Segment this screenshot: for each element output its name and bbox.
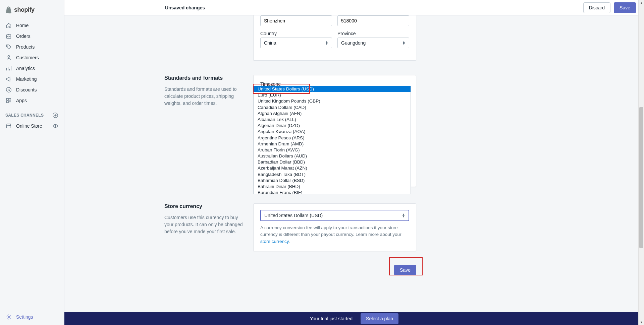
home-icon [5, 22, 12, 29]
save-button[interactable]: Save [614, 2, 636, 13]
currency-help-text: A currency conversion fee will apply to … [260, 224, 409, 245]
chevron-updown-icon: ▲▼ [325, 41, 328, 45]
chart-icon [5, 65, 12, 72]
nav-customers[interactable]: Customers [0, 52, 64, 63]
currency-option[interactable]: United Kingdom Pounds (GBP) [254, 98, 411, 104]
currency-option[interactable]: Barbadian Dollar (BBD) [254, 159, 411, 165]
svg-rect-6 [7, 101, 8, 103]
currency-option[interactable]: Burundian Franc (BIF) [254, 190, 411, 194]
channel-label: Online Store [16, 123, 42, 129]
percent-icon [5, 86, 12, 93]
standards-title: Standards and formats [164, 75, 247, 81]
nav-label: Customers [16, 55, 39, 60]
city-input[interactable] [260, 15, 332, 26]
store-currency-select[interactable]: United States Dollars (USD) ▲▼ [260, 210, 409, 221]
currency-option[interactable]: Azerbaijani Manat (AZN) [254, 165, 411, 171]
nav-label: Discounts [16, 87, 37, 92]
scroll-up-icon[interactable]: ▲ [639, 0, 644, 6]
nav-home[interactable]: Home [0, 20, 64, 31]
nav-label: Products [16, 44, 35, 50]
store-icon [5, 123, 12, 129]
main-nav: Home Orders Products Customers Analytics… [0, 20, 64, 106]
postal-input[interactable] [337, 15, 409, 26]
nav-settings[interactable]: Settings [0, 309, 64, 325]
nav-label: Home [16, 23, 29, 28]
save-bar: Unsaved changes Discard Save [64, 0, 644, 15]
nav-discounts[interactable]: Discounts [0, 84, 64, 95]
sidebar: shopify Home Orders Products Customers [0, 0, 64, 325]
address-card: Country China ▲▼ Province Guangdong ▲▼ [253, 15, 416, 61]
currency-title: Store currency [164, 203, 247, 209]
trial-text: Your trial just started [310, 316, 353, 321]
main-content: Unsaved changes Discard Save [64, 0, 644, 325]
gear-icon [5, 314, 12, 320]
discard-button[interactable]: Discard [583, 2, 610, 13]
currency-option[interactable]: Bahamian Dollar (BSD) [254, 178, 411, 184]
currency-dropdown-list[interactable]: United States Dollars (USD)Euro (EUR)Uni… [253, 86, 411, 194]
nav-apps[interactable]: Apps [0, 95, 64, 106]
currency-option[interactable]: Argentine Pesos (ARS) [254, 135, 411, 141]
grid-icon [5, 97, 12, 104]
nav-products[interactable]: Products [0, 42, 64, 52]
currency-option[interactable]: Canadian Dollars (CAD) [254, 105, 411, 111]
currency-card: United States Dollars (USD) ▲▼ A currenc… [253, 203, 416, 251]
add-circle-icon[interactable] [52, 112, 59, 119]
currency-option[interactable]: Albanian Lek (ALL) [254, 117, 411, 123]
currency-option[interactable]: Algerian Dinar (DZD) [254, 123, 411, 129]
currency-option[interactable]: Aruban Florin (AWG) [254, 147, 411, 153]
channel-online-store[interactable]: Online Store [0, 121, 64, 131]
currency-option[interactable]: United States Dollars (USD) [254, 86, 411, 92]
currency-option[interactable]: Bangladesh Taka (BDT) [254, 172, 411, 178]
nav-label: Orders [16, 34, 31, 39]
svg-point-1 [7, 46, 8, 46]
currency-option[interactable]: Bahraini Dinar (BHD) [254, 184, 411, 190]
standards-desc: Standards and formats are used to calcul… [164, 86, 247, 107]
country-label: Country [260, 31, 332, 36]
scroll-down-icon[interactable]: ▼ [639, 319, 644, 325]
megaphone-icon [5, 76, 12, 82]
brand-name: shopify [14, 6, 35, 13]
trial-banner: Your trial just started Select a plan [64, 312, 644, 325]
scroll-thumb[interactable] [639, 107, 643, 248]
country-select[interactable]: China ▲▼ [260, 38, 332, 48]
nav-label: Analytics [16, 66, 35, 71]
svg-point-2 [8, 56, 9, 57]
nav-label: Marketing [16, 76, 37, 82]
currency-option[interactable]: Australian Dollars (AUD) [254, 153, 411, 159]
browser-scrollbar[interactable]: ▲ ▼ [638, 0, 644, 325]
shopify-bag-icon [5, 6, 12, 13]
page-save-button[interactable]: Save [394, 265, 416, 275]
eye-icon[interactable] [52, 123, 59, 129]
brand-logo[interactable]: shopify [0, 2, 64, 17]
nav-label: Apps [16, 98, 27, 103]
province-label: Province [337, 31, 409, 36]
currency-option[interactable]: Euro (EUR) [254, 92, 411, 98]
chevron-updown-icon: ▲▼ [402, 213, 405, 217]
save-bar-title: Unsaved changes [165, 5, 205, 10]
currency-option[interactable]: Afghan Afghani (AFN) [254, 111, 411, 117]
sales-channels-header: SALES CHANNELS [0, 106, 64, 121]
chevron-updown-icon: ▲▼ [402, 41, 406, 45]
currency-option[interactable]: Armenian Dram (AMD) [254, 141, 411, 147]
svg-point-8 [55, 125, 56, 127]
user-icon [5, 54, 12, 61]
store-currency-link[interactable]: store currency [260, 239, 289, 244]
currency-option[interactable]: Angolan Kwanza (AOA) [254, 129, 411, 135]
nav-marketing[interactable]: Marketing [0, 74, 64, 84]
settings-label: Settings [16, 314, 33, 320]
nav-analytics[interactable]: Analytics [0, 63, 64, 74]
currency-desc: Customers use this currency to buy your … [164, 214, 247, 235]
svg-point-9 [8, 316, 10, 318]
tag-icon [5, 44, 12, 50]
select-plan-button[interactable]: Select a plan [361, 313, 398, 324]
svg-rect-4 [7, 99, 8, 100]
province-select[interactable]: Guangdong ▲▼ [337, 38, 409, 48]
nav-orders[interactable]: Orders [0, 31, 64, 42]
svg-rect-5 [9, 99, 11, 100]
orders-icon [5, 33, 12, 40]
